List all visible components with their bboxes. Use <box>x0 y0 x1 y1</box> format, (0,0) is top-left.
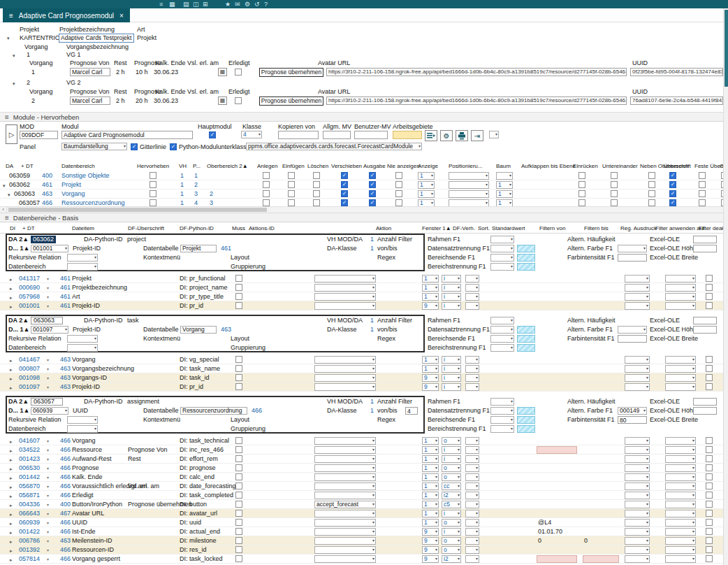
fenster-select[interactable]: 9▾ <box>422 546 439 554</box>
ueberschrift-checkbox[interactable]: ✓ <box>669 199 676 206</box>
excel-ole-input[interactable] <box>693 398 717 406</box>
di-caret-icon[interactable]: ▾ <box>47 474 49 482</box>
pattern-swatch[interactable] <box>517 344 535 352</box>
nie-checkbox[interactable] <box>395 181 402 188</box>
sort-select[interactable]: ▾ <box>465 365 479 373</box>
aktion-select[interactable]: ▾ <box>314 365 376 373</box>
di-number[interactable]: 001442 <box>19 473 40 481</box>
filter-deak-checkbox[interactable] <box>706 374 713 381</box>
settings-button[interactable]: ⚙ <box>440 130 453 141</box>
fenster-select[interactable]: 9▾ <box>422 383 439 391</box>
aktion-select[interactable]: ▾ <box>314 284 376 292</box>
di-caret-icon[interactable]: ▾ <box>47 303 49 310</box>
reg-ausdruck-select[interactable]: ▾ <box>625 365 650 373</box>
python-unterklasse-checkbox[interactable]: ✓ <box>170 143 177 150</box>
da-id[interactable]: 063063 <box>31 317 63 324</box>
frame-field-select[interactable]: ▾ <box>490 335 514 343</box>
anlegen-checkbox[interactable] <box>263 172 270 179</box>
row-expand-icon[interactable]: ▸ <box>10 375 13 382</box>
aktion-select[interactable]: ▾ <box>314 473 376 481</box>
aktion-select[interactable]: ▾ <box>314 437 376 445</box>
mod-input[interactable]: 009DOF <box>20 131 58 139</box>
filter-anwenden-select[interactable]: ▾ <box>665 464 696 472</box>
anlegen-checkbox[interactable] <box>263 190 270 197</box>
df-verh-select[interactable]: o▾ <box>442 437 461 445</box>
expand-arrow-icon[interactable]: ▾ <box>7 34 10 42</box>
fenster-select[interactable]: 1▾ <box>422 356 439 364</box>
da-id[interactable]: 063057 <box>31 398 63 406</box>
sort-select[interactable]: ▾ <box>465 492 479 499</box>
hscroll-thumb[interactable] <box>8 208 267 212</box>
avatar-url-input[interactable]: https://3f10-2-211-106-158.ngrok-free.ap… <box>326 96 627 105</box>
feste-checkbox[interactable] <box>699 190 706 197</box>
fenster-select[interactable]: 9▾ <box>422 528 439 536</box>
row-expand-icon[interactable]: ▸ <box>10 366 13 373</box>
rekursive-relation-select[interactable]: ▾ <box>67 416 98 424</box>
print-button[interactable] <box>456 130 468 141</box>
reg-ausdruck-select[interactable]: ▾ <box>625 528 650 536</box>
expand-arrow-icon[interactable]: ▾ <box>13 52 15 59</box>
filter-anwenden-select[interactable]: ▾ <box>665 519 696 527</box>
run-module-button[interactable]: ▷ <box>6 124 17 144</box>
baum-select[interactable]: 1▾ <box>496 190 513 198</box>
di-number[interactable]: 034522 <box>19 446 40 454</box>
uuid-input[interactable]: 76ad8107-6e9e-2c4a-b548-4419f84105e1 <box>630 96 723 105</box>
untereinander-checkbox[interactable] <box>611 172 618 179</box>
muss-checkbox[interactable] <box>235 356 242 363</box>
undo-icon[interactable]: ↺ <box>254 1 260 8</box>
verschieben-checkbox[interactable]: ✓ <box>341 199 348 206</box>
scroll-left-icon[interactable]: ‹ <box>0 207 7 213</box>
rekursive-relation-select[interactable]: ▾ <box>67 254 98 262</box>
erledigt-checkbox[interactable] <box>235 97 242 104</box>
filtern-von-box[interactable] <box>537 555 577 563</box>
loeschen-checkbox[interactable] <box>313 181 320 188</box>
di-number[interactable]: 006530 <box>19 464 40 472</box>
df-verh-select[interactable]: o▾ <box>442 537 461 545</box>
di-caret-icon[interactable]: ▾ <box>47 529 49 536</box>
sort-select[interactable]: ▾ <box>465 284 479 292</box>
sort-select[interactable]: ▾ <box>465 501 479 508</box>
positionierung-select[interactable]: ▾ <box>449 172 489 180</box>
feste-checkbox[interactable] <box>699 199 706 206</box>
ausgabe-checkbox[interactable]: ✓ <box>369 190 376 197</box>
untereinander-checkbox[interactable] <box>611 199 618 206</box>
expand-arrow-icon[interactable]: ▾ <box>13 80 15 87</box>
vertical-scrollbar[interactable] <box>723 8 728 565</box>
fenster-select[interactable]: 1▾ <box>422 519 439 527</box>
date-picker-button[interactable]: ▦ <box>218 68 227 76</box>
reg-ausdruck-select[interactable]: ▾ <box>625 482 650 490</box>
df-verh-select[interactable]: i▾ <box>442 455 461 463</box>
reg-ausdruck-select[interactable]: ▾ <box>625 555 650 563</box>
pattern-swatch[interactable] <box>517 254 535 262</box>
datentabelle-value[interactable]: Ressourcenzuordnung <box>180 407 247 415</box>
filter-deak-checkbox[interactable] <box>706 501 713 508</box>
filtern-bis-box[interactable] <box>583 555 619 563</box>
filter-deak-checkbox[interactable] <box>706 365 713 372</box>
hervorheben-checkbox[interactable] <box>150 172 156 179</box>
neben-checkbox[interactable] <box>648 199 655 206</box>
muss-checkbox[interactable] <box>235 546 242 553</box>
neben-checkbox[interactable] <box>648 190 655 197</box>
reg-ausdruck-select[interactable]: ▾ <box>625 446 650 454</box>
muss-checkbox[interactable] <box>235 365 242 372</box>
muss-checkbox[interactable] <box>235 528 242 535</box>
row-expand-icon[interactable]: ▸ <box>10 556 13 564</box>
ausgabe-checkbox[interactable]: ✓ <box>369 181 376 188</box>
filter-anwenden-select[interactable]: ▾ <box>665 510 696 517</box>
filter-anwenden-select[interactable]: ▾ <box>665 383 696 391</box>
fenster-select[interactable]: 1▾ <box>422 365 439 373</box>
positionierung-select[interactable]: ▾ <box>449 190 489 198</box>
reg-ausdruck-select[interactable]: ▾ <box>625 473 650 481</box>
modul-input[interactable]: Adaptive Card Prognosemodul <box>61 131 193 139</box>
sort-select[interactable]: ▾ <box>465 455 479 463</box>
fenster-select[interactable]: 1▾ <box>422 492 439 499</box>
di-number[interactable]: 001001 <box>19 302 40 310</box>
frame-field-select[interactable]: ▾ <box>490 236 514 243</box>
muss-checkbox[interactable] <box>235 501 242 508</box>
muss-checkbox[interactable] <box>235 383 242 390</box>
df-verh-select[interactable]: i▾ <box>442 365 461 373</box>
positionierung-select[interactable]: ▾ <box>449 181 489 189</box>
sort-select[interactable]: ▾ <box>465 473 479 481</box>
neben-checkbox[interactable] <box>648 172 655 179</box>
filter-anwenden-select[interactable]: ▾ <box>665 437 696 445</box>
